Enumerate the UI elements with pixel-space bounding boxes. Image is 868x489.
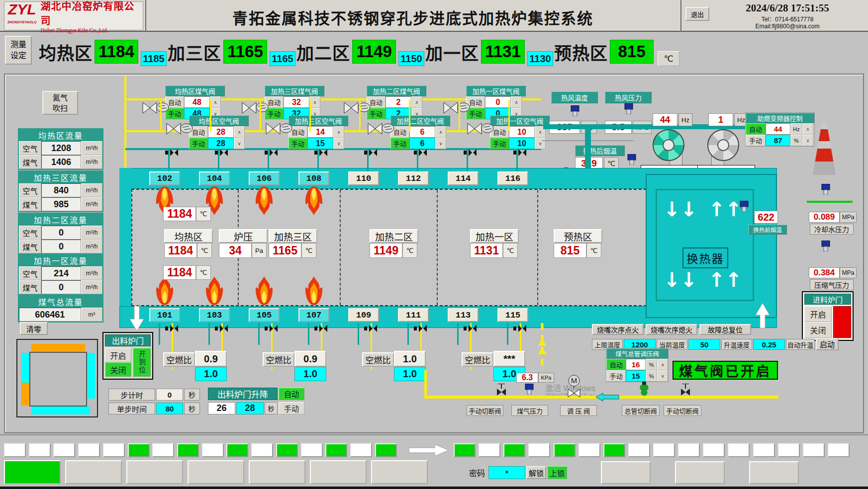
manual-mode-button[interactable]: 手动 <box>490 138 509 149</box>
burner-number[interactable]: 109 <box>348 308 379 322</box>
burner-number[interactable]: 112 <box>398 171 429 185</box>
valve-panel-title: 均热区空气阀 <box>189 115 249 126</box>
burner-number[interactable]: 103 <box>199 308 230 322</box>
nav-button[interactable] <box>310 460 367 484</box>
chevron-down-icon[interactable]: ∨ <box>435 138 446 149</box>
burner-number[interactable]: 104 <box>199 171 230 185</box>
chevron-down-icon[interactable]: ∨ <box>657 370 668 382</box>
heat-rate-setpoint[interactable]: 0.25 <box>753 339 785 350</box>
burner-sequence-extinguish-button[interactable]: 烧嘴次序熄火 <box>646 324 697 335</box>
manual-mode-button[interactable]: 手动 <box>289 138 307 149</box>
burner-cell: 102 <box>149 171 180 185</box>
zone-setpoint[interactable]: 1150 <box>398 51 424 66</box>
zone-temperature: 预热区 815 ℃ <box>554 37 679 66</box>
manual-opening-setpoint[interactable]: 28 <box>208 138 234 149</box>
ratio-setpoint[interactable]: 1.0 <box>195 367 227 381</box>
chevron-up-icon[interactable]: ∧ <box>234 126 245 138</box>
valve-panel-title: 加热一区空气阀 <box>490 115 550 126</box>
manual-mode-button[interactable]: 手动 <box>746 135 766 146</box>
chevron-up-icon[interactable]: ∧ <box>802 123 813 135</box>
hearth-temp-value: 1184 <box>163 265 196 280</box>
manual-mode-button[interactable]: 手动 <box>390 138 409 149</box>
seconds-unit: 秒 <box>184 389 200 401</box>
manual-mode-button[interactable]: 手动 <box>189 138 208 149</box>
burner-number[interactable]: 113 <box>448 308 479 322</box>
fan1-frequency: 44 <box>653 113 677 126</box>
step-time-setpoint[interactable]: 80 <box>156 403 183 414</box>
feed-close-button[interactable]: 关闭 <box>804 322 832 338</box>
feed-open-button[interactable]: 开启 <box>804 306 832 322</box>
alarm-button[interactable] <box>749 461 799 484</box>
alarm-button[interactable] <box>675 461 725 484</box>
lift-time2-setpoint[interactable]: 28 <box>236 402 264 414</box>
burner-sequence-ignite-button[interactable]: 烧嘴次序点火 <box>592 324 644 335</box>
auto-mode-button[interactable]: 自动 <box>606 359 626 370</box>
burner-number[interactable]: 102 <box>149 171 180 185</box>
measure-setting-button[interactable]: 测量设定 <box>5 36 32 65</box>
chevron-down-icon[interactable]: ∨ <box>234 138 245 149</box>
lift-auto-button[interactable]: 自动 <box>279 388 304 400</box>
burner-number[interactable]: 107 <box>298 308 329 322</box>
zone-setpoint[interactable]: 1185 <box>141 51 167 66</box>
discharge-open-button[interactable]: 开启 <box>105 348 131 362</box>
chevron-down-icon[interactable]: ∨ <box>535 138 546 149</box>
zone-setpoint[interactable]: 1165 <box>270 51 295 66</box>
ratio-setpoint[interactable]: 1.0 <box>394 367 426 381</box>
zone-display-unit: Pa <box>252 243 267 258</box>
lock-button[interactable]: 上锁 <box>547 466 567 479</box>
burner-number[interactable]: 111 <box>398 308 429 322</box>
manual-mode-button[interactable]: 手动 <box>606 370 626 382</box>
zone-setpoint[interactable]: 1130 <box>527 51 553 66</box>
chevron-up-icon[interactable]: ∧ <box>511 96 522 108</box>
valve-panel-title: 加热一区煤气阀 <box>466 85 526 96</box>
burner-number[interactable]: 105 <box>249 308 280 322</box>
nitrogen-purge-button[interactable]: 氮气吹扫 <box>42 91 78 115</box>
nav-button[interactable] <box>65 460 122 484</box>
burner-cell: 101 <box>149 308 180 322</box>
chevron-up-icon[interactable]: ∧ <box>411 96 422 108</box>
chevron-up-icon[interactable]: ∧ <box>333 126 344 138</box>
ratio-setpoint[interactable]: 1.0 <box>294 367 326 381</box>
nav-button[interactable] <box>249 460 305 484</box>
manual-opening-setpoint[interactable]: 6 <box>409 138 435 149</box>
step-timer-value: 0 <box>156 389 183 401</box>
burner-number[interactable]: 114 <box>448 171 479 185</box>
valve-panel-title: 加热二区空气阀 <box>390 115 450 126</box>
gas-main-valve-title: 煤气总管调压阀 <box>606 348 668 359</box>
burner-number[interactable]: 101 <box>149 308 180 322</box>
burner-number[interactable]: 106 <box>249 171 280 185</box>
burner-cell: 106 <box>249 171 280 185</box>
nav-button[interactable] <box>126 460 183 484</box>
chevron-up-icon[interactable]: ∧ <box>657 359 668 370</box>
auto-mode-button[interactable]: 自动 <box>746 123 766 135</box>
burner-number[interactable]: 115 <box>497 308 528 322</box>
burner-number[interactable]: 116 <box>497 171 528 185</box>
nav-button[interactable] <box>4 460 61 484</box>
compressed-air-value: 0.384 <box>809 267 840 278</box>
fault-reset-button[interactable]: 故障总复位 <box>699 324 751 335</box>
reset-total-button[interactable]: 清零 <box>20 322 48 335</box>
alarm-button[interactable] <box>601 461 651 484</box>
datetime: 2024/6/28 17:51:55 <box>711 2 864 14</box>
gas-flow-value: 0 <box>41 240 81 253</box>
exit-button[interactable]: 退出 <box>685 7 709 21</box>
discharge-close-button[interactable]: 关闭 <box>105 362 131 377</box>
burner-status-indicator <box>4 443 26 457</box>
chevron-up-icon[interactable]: ∧ <box>435 126 446 138</box>
password-input[interactable]: * <box>488 466 525 479</box>
gas-main-manual-setpoint[interactable]: 15 <box>626 370 645 382</box>
lift-manual-button[interactable]: 手动 <box>279 402 304 414</box>
manual-opening-setpoint[interactable]: 15 <box>307 138 333 149</box>
chevron-down-icon[interactable]: ∨ <box>333 138 344 149</box>
start-button[interactable]: 启动 <box>816 338 839 350</box>
manual-opening-setpoint[interactable]: 10 <box>509 138 535 149</box>
nav-button[interactable] <box>188 460 244 484</box>
burner-number[interactable]: 110 <box>348 171 379 185</box>
blower-manual-setpoint[interactable]: 87 <box>766 135 790 146</box>
burner-number[interactable]: 108 <box>298 171 329 185</box>
nav-button[interactable] <box>371 460 428 484</box>
zone-name: 预热区 <box>554 39 608 65</box>
temp-sensor-icon <box>627 154 637 165</box>
chevron-down-icon[interactable]: ∨ <box>802 135 813 146</box>
unlock-button[interactable]: 解锁 <box>526 466 546 479</box>
